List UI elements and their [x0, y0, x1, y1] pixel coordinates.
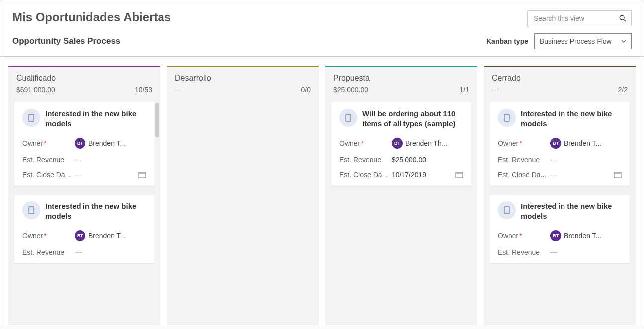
avatar: BT: [75, 138, 85, 149]
field-value: BT Brenden T...: [75, 230, 146, 241]
opportunity-card[interactable]: Will be ordering about 110 items of all …: [331, 102, 471, 186]
card-title: Will be ordering about 110 items of all …: [362, 109, 463, 129]
entity-icon: [498, 201, 516, 219]
field-value: ---: [75, 171, 146, 179]
field-value: ---: [550, 248, 622, 256]
column-count: 0/0: [301, 86, 311, 94]
column-total: $691,000.00: [16, 86, 55, 94]
app-frame: Mis Oportunidades Abiertas Opportunity S…: [0, 0, 644, 329]
field-label: Est. Revenue: [498, 248, 550, 256]
field-label: Owner*: [22, 232, 75, 240]
card-row-revenue: Est. Revenue $25,000.00: [339, 156, 463, 164]
card-row-owner: Owner* BT Brenden T...: [22, 230, 146, 241]
avatar: BT: [392, 138, 402, 149]
process-title: Opportunity Sales Process: [12, 36, 120, 46]
column-meta: --- 2/2: [492, 86, 628, 94]
page-title: Mis Oportunidades Abiertas: [12, 10, 171, 24]
column-cualificado[interactable]: Cualificado $691,000.00 10/53 Interested…: [8, 66, 160, 325]
owner-name: Brenden T...: [88, 139, 126, 147]
calendar-icon: [138, 171, 146, 178]
svg-rect-7: [456, 172, 463, 178]
kanban-board: Cualificado $691,000.00 10/53 Interested…: [0, 57, 644, 325]
field-value: ---: [550, 156, 622, 164]
card-row-revenue: Est. Revenue ---: [498, 156, 622, 164]
avatar: BT: [550, 138, 561, 149]
card-row-owner: Owner* BT Brenden T...: [498, 230, 622, 241]
owner-name: Brenden T...: [564, 139, 601, 147]
card-row-owner: Owner* BT Brenden T...: [22, 138, 146, 149]
svg-rect-3: [139, 172, 146, 178]
field-label: Est. Revenue: [498, 156, 550, 164]
field-label: Owner*: [339, 139, 392, 147]
field-label: Est. Close Da...: [22, 171, 75, 179]
chevron-down-icon: [621, 40, 626, 43]
card-header: Interested in the new bike models: [498, 109, 622, 129]
column-body: [167, 97, 319, 325]
svg-rect-10: [614, 172, 621, 178]
svg-point-0: [620, 15, 624, 20]
card-row-owner: Owner* BT Brenden Th...: [339, 138, 463, 149]
entity-icon: [339, 109, 357, 127]
owner-name: Brenden T...: [88, 232, 126, 240]
svg-rect-2: [29, 114, 34, 121]
card-row-owner: Owner* BT Brenden T...: [498, 138, 622, 149]
column-propuesta[interactable]: Propuesta $25,000.00 1/1 Will be orderin…: [325, 66, 477, 325]
field-label: Owner*: [22, 139, 75, 147]
opportunity-card[interactable]: Interested in the new bike models Owner*…: [490, 195, 630, 263]
column-count: 1/1: [460, 86, 469, 94]
calendar-icon: [614, 171, 622, 178]
card-header: Interested in the new bike models: [22, 201, 146, 222]
svg-rect-9: [504, 114, 509, 121]
svg-rect-6: [346, 114, 351, 121]
avatar: BT: [550, 230, 561, 241]
owner-name: Brenden Th...: [405, 139, 448, 147]
card-title: Interested in the new bike models: [521, 201, 622, 222]
search-box[interactable]: [527, 10, 632, 26]
card-header: Interested in the new bike models: [498, 201, 622, 222]
card-title: Interested in the new bike models: [45, 109, 146, 129]
scrollbar[interactable]: [155, 103, 159, 137]
kanban-type-select[interactable]: Business Process Flow: [534, 33, 632, 49]
card-row-close: Est. Close Da... ---: [22, 171, 146, 179]
search-icon[interactable]: [619, 15, 626, 22]
svg-line-1: [624, 19, 626, 21]
card-title: Interested in the new bike models: [521, 109, 622, 129]
column-title: Propuesta: [333, 74, 469, 83]
entity-icon: [22, 109, 40, 127]
column-desarrollo[interactable]: Desarrollo --- 0/0: [167, 66, 319, 325]
field-label: Est. Revenue: [22, 248, 75, 256]
column-header: Cerrado --- 2/2: [484, 67, 636, 97]
column-count: 10/53: [135, 86, 152, 94]
field-label: Est. Close Da...: [498, 171, 550, 179]
column-body: Interested in the new bike models Owner*…: [8, 97, 160, 325]
opportunity-card[interactable]: Interested in the new bike models Owner*…: [14, 195, 154, 263]
field-value: BT Brenden T...: [75, 138, 146, 149]
field-value: ---: [75, 248, 146, 256]
column-total: ---: [175, 86, 182, 94]
avatar: BT: [75, 230, 85, 241]
card-row-revenue: Est. Revenue ---: [498, 248, 622, 256]
kanban-type-label: Kanban type: [486, 37, 528, 45]
column-body: Interested in the new bike models Owner*…: [484, 97, 636, 325]
kanban-type-value: Business Process Flow: [540, 37, 612, 45]
field-label: Owner*: [498, 232, 550, 240]
column-total: $25,000.00: [333, 86, 368, 94]
column-title: Desarrollo: [175, 74, 311, 83]
svg-rect-5: [29, 207, 34, 214]
column-title: Cerrado: [492, 74, 628, 83]
entity-icon: [22, 201, 40, 219]
card-row-close: Est. Close Da... 10/17/2019: [339, 171, 463, 179]
column-cerrado[interactable]: Cerrado --- 2/2 Interested in the new bi…: [484, 66, 636, 325]
search-input[interactable]: [533, 14, 612, 23]
column-header: Propuesta $25,000.00 1/1: [325, 67, 477, 97]
card-header: Will be ordering about 110 items of all …: [339, 109, 463, 129]
card-row-revenue: Est. Revenue ---: [22, 248, 146, 256]
field-value: BT Brenden T...: [550, 138, 622, 149]
field-value: 10/17/2019: [392, 171, 463, 179]
column-meta: --- 0/0: [175, 86, 311, 94]
field-value: ---: [75, 156, 146, 164]
column-meta: $691,000.00 10/53: [16, 86, 152, 94]
opportunity-card[interactable]: Interested in the new bike models Owner*…: [14, 102, 154, 186]
opportunity-card[interactable]: Interested in the new bike models Owner*…: [490, 102, 630, 186]
kanban-type-control: Kanban type Business Process Flow: [486, 33, 632, 49]
